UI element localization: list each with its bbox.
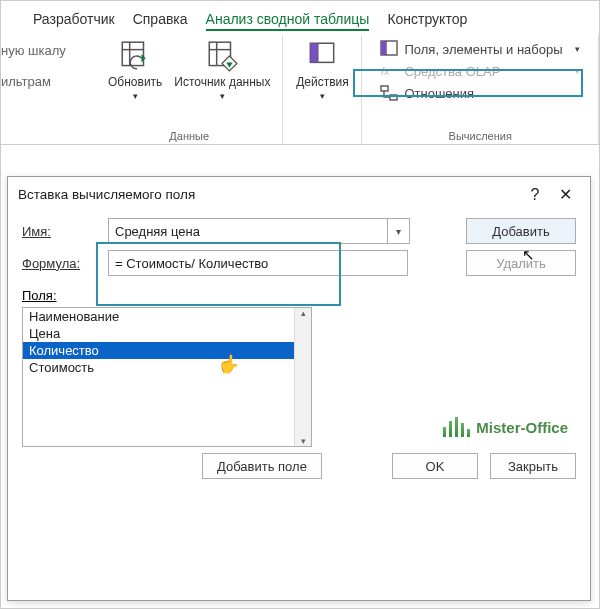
scrollbar[interactable]: ▴▾ bbox=[294, 308, 311, 446]
chevron-down-icon: ▾ bbox=[133, 91, 138, 101]
list-item[interactable]: Количество bbox=[23, 342, 311, 359]
actions-button[interactable]: Действия ▾ bbox=[291, 37, 353, 103]
ribbon-group-calc: Поля, элементы и наборы ▾ fx Средства OL… bbox=[362, 35, 599, 144]
tab-analyze[interactable]: Анализ сводной таблицы bbox=[206, 9, 370, 31]
fields-label: Поля: bbox=[22, 288, 576, 303]
relationships-icon bbox=[380, 84, 398, 102]
help-button[interactable]: ? bbox=[520, 186, 550, 204]
close-dialog-button[interactable]: Закрыть bbox=[490, 453, 576, 479]
group-label-data: Данные bbox=[169, 128, 209, 144]
name-combo[interactable]: ▾ bbox=[108, 218, 410, 244]
name-input[interactable] bbox=[108, 218, 388, 244]
ribbon-group-data: Обновить ▾ Источник данных ▾ Данные bbox=[96, 35, 283, 144]
list-item[interactable]: Наименование bbox=[23, 308, 311, 325]
formula-input[interactable] bbox=[108, 250, 408, 276]
data-source-button[interactable]: Источник данных ▾ bbox=[170, 37, 274, 103]
ribbon-left-fragment: ную шкалу ильтрам bbox=[1, 35, 96, 144]
tab-design[interactable]: Конструктор bbox=[387, 9, 467, 31]
svg-rect-17 bbox=[390, 95, 397, 100]
relationships-button[interactable]: Отношения bbox=[376, 83, 584, 103]
close-button[interactable]: ✕ bbox=[550, 185, 580, 204]
svg-rect-14 bbox=[381, 41, 386, 55]
svg-rect-16 bbox=[381, 86, 388, 91]
actions-label: Действия bbox=[296, 75, 349, 89]
chevron-down-icon[interactable]: ▾ bbox=[388, 218, 410, 244]
name-label: Имя: bbox=[22, 224, 98, 239]
relationships-label: Отношения bbox=[404, 86, 474, 101]
dialog-titlebar: Вставка вычисляемого поля ? ✕ bbox=[8, 177, 590, 212]
source-icon bbox=[205, 39, 239, 73]
fragment-text-1: ную шкалу bbox=[1, 43, 86, 58]
add-field-button[interactable]: Добавить поле bbox=[202, 453, 322, 479]
fields-items-sets-label: Поля, элементы и наборы bbox=[404, 42, 562, 57]
tab-help[interactable]: Справка bbox=[133, 9, 188, 31]
fields-sets-icon bbox=[380, 40, 398, 58]
olap-tools-label: Средства OLAP bbox=[404, 64, 500, 79]
source-label: Источник данных bbox=[174, 75, 270, 89]
ribbon-group-actions: Действия ▾ bbox=[283, 35, 362, 144]
chevron-down-icon: ▾ bbox=[575, 44, 580, 54]
chevron-down-icon: ▾ bbox=[575, 66, 580, 76]
ok-button[interactable]: OK bbox=[392, 453, 478, 479]
dialog-title: Вставка вычисляемого поля bbox=[18, 187, 195, 202]
insert-calculated-field-dialog: Вставка вычисляемого поля ? ✕ Имя: ▾ Доб… bbox=[7, 176, 591, 601]
chevron-down-icon: ▾ bbox=[220, 91, 225, 101]
watermark: Mister-Office bbox=[443, 417, 568, 437]
group-label-calc: Вычисления bbox=[449, 128, 512, 144]
svg-rect-0 bbox=[122, 42, 143, 65]
list-item[interactable]: Стоимость bbox=[23, 359, 311, 376]
ribbon: ную шкалу ильтрам Обновить ▾ bbox=[1, 35, 599, 145]
formula-label: Формула: bbox=[22, 256, 98, 271]
chevron-down-icon: ▾ bbox=[320, 91, 325, 101]
refresh-icon bbox=[118, 39, 152, 73]
list-item[interactable]: Цена bbox=[23, 325, 311, 342]
olap-tools-button: fx Средства OLAP ▾ bbox=[376, 61, 584, 81]
olap-icon: fx bbox=[380, 62, 398, 80]
fields-items-sets-button[interactable]: Поля, элементы и наборы ▾ bbox=[376, 39, 584, 59]
fields-listbox[interactable]: Наименование Цена Количество Стоимость ▴… bbox=[22, 307, 312, 447]
ribbon-tabs: Разработчик Справка Анализ сводной табли… bbox=[1, 1, 599, 35]
tab-developer[interactable]: Разработчик bbox=[33, 9, 115, 31]
refresh-label: Обновить bbox=[108, 75, 162, 89]
actions-icon bbox=[305, 39, 339, 73]
watermark-text: Mister-Office bbox=[476, 419, 568, 436]
svg-text:fx: fx bbox=[381, 65, 390, 77]
fragment-text-2: ильтрам bbox=[1, 74, 86, 89]
delete-button: Удалить bbox=[466, 250, 576, 276]
bars-icon bbox=[443, 417, 470, 437]
add-button[interactable]: Добавить bbox=[466, 218, 576, 244]
refresh-button[interactable]: Обновить ▾ bbox=[104, 37, 166, 103]
svg-rect-11 bbox=[311, 43, 318, 62]
